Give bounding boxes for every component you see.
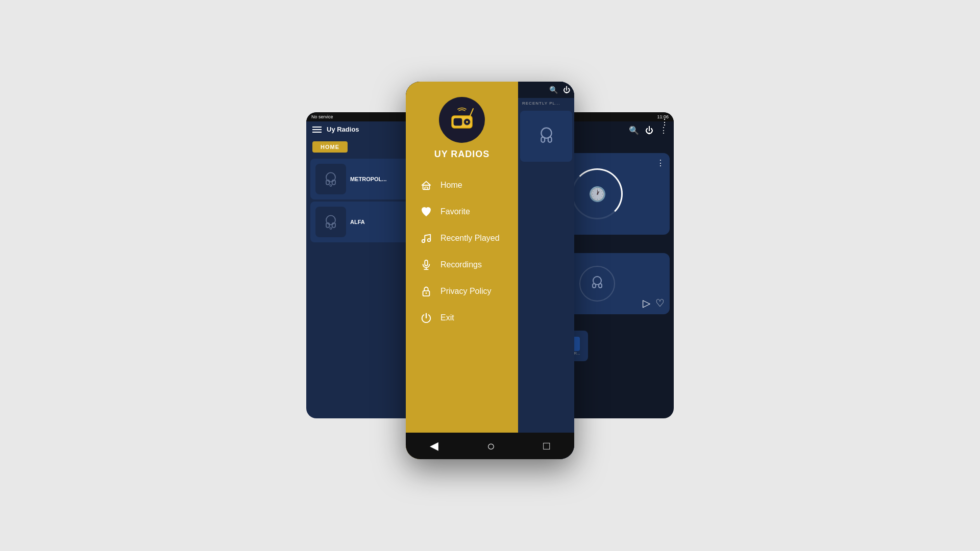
power-icon-main[interactable]: ⏻	[563, 86, 570, 94]
recently-played-card	[520, 111, 572, 162]
station-name-metropol: METROPOL...	[350, 176, 387, 182]
menu-label-favorite: Favorite	[440, 207, 470, 216]
drawer-menu: Home Favorite	[406, 172, 518, 331]
svg-rect-23	[425, 187, 428, 190]
hamburger-icon[interactable]	[312, 127, 322, 133]
heart-icon[interactable]: ♡	[655, 297, 665, 309]
menu-item-privacy-policy[interactable]: Privacy Policy	[416, 278, 508, 305]
power-icon[interactable]: ⏻	[645, 126, 653, 135]
search-icon[interactable]: 🔍	[629, 126, 639, 135]
drawer-logo	[439, 97, 485, 143]
app-behind-panel: 🔍 ⏻ RECENTLY PL...	[518, 82, 574, 459]
mic-icon	[420, 259, 432, 271]
menu-item-favorite[interactable]: Favorite	[416, 198, 508, 225]
menu-item-recordings[interactable]: Recordings	[416, 252, 508, 278]
svg-point-20	[466, 121, 468, 123]
station-avatar	[579, 266, 615, 302]
navigation-drawer: 🔍 ⏻ RECENTLY PL...	[406, 82, 574, 459]
svg-rect-10	[599, 284, 602, 288]
svg-point-30	[426, 292, 427, 294]
svg-rect-26	[425, 260, 428, 266]
svg-point-24	[422, 240, 425, 243]
svg-rect-9	[593, 284, 596, 288]
lock-icon	[420, 285, 432, 297]
drawer-panel: UY RADIOS Home	[406, 82, 518, 459]
svg-rect-16	[548, 137, 551, 142]
clock-icon: 🕐	[589, 186, 606, 203]
power-icon-menu	[420, 312, 432, 324]
menu-item-exit[interactable]: Exit	[416, 305, 508, 331]
svg-point-3	[330, 185, 332, 187]
heart-icon-menu	[420, 206, 432, 218]
svg-point-7	[330, 228, 332, 230]
menu-item-recently-played[interactable]: Recently Played	[416, 225, 508, 252]
app-behind-header: 🔍 ⏻	[518, 82, 574, 98]
svg-line-21	[470, 109, 473, 116]
svg-rect-15	[541, 137, 545, 142]
station-name-alfa: ALFA	[350, 219, 365, 225]
arc-circle: 🕐	[572, 168, 623, 219]
play-icon[interactable]: ▷	[643, 297, 650, 309]
menu-label-recently-played: Recently Played	[440, 234, 500, 243]
drawer-app-title: UY RADIOS	[434, 149, 490, 160]
left-status-left: No service	[311, 114, 333, 119]
menu-label-exit: Exit	[440, 313, 454, 322]
back-button[interactable]: ◀	[430, 439, 438, 453]
menu-label-home: Home	[440, 181, 462, 190]
oceano-more-icon[interactable]: ⋮	[660, 117, 669, 127]
menu-item-home[interactable]: Home	[416, 172, 508, 198]
main-phone: No service 11:05 🔍 ⏻ RECENTLY PL...	[406, 82, 574, 459]
music-icon	[420, 232, 432, 244]
recent-apps-button[interactable]: □	[543, 439, 550, 453]
home-button-left[interactable]: HOME	[312, 141, 348, 153]
svg-point-25	[428, 239, 431, 242]
scene: No service 11:05 Uy Radios HOME METROPOL…	[347, 82, 633, 469]
station-icon-alfa	[315, 207, 346, 237]
station-icon	[315, 164, 346, 194]
bottom-navigation: ◀ ○ □	[406, 433, 574, 459]
home-nav-button[interactable]: ○	[487, 438, 495, 454]
search-icon-main[interactable]: 🔍	[549, 86, 558, 94]
svg-rect-18	[454, 118, 462, 126]
player-more-icon[interactable]: ⋮	[656, 158, 665, 168]
home-icon	[420, 179, 432, 191]
left-app-title: Uy Radios	[327, 126, 359, 133]
menu-label-recordings: Recordings	[440, 260, 482, 269]
recently-played-label: RECENTLY PL...	[518, 98, 574, 109]
menu-label-privacy-policy: Privacy Policy	[440, 287, 492, 296]
